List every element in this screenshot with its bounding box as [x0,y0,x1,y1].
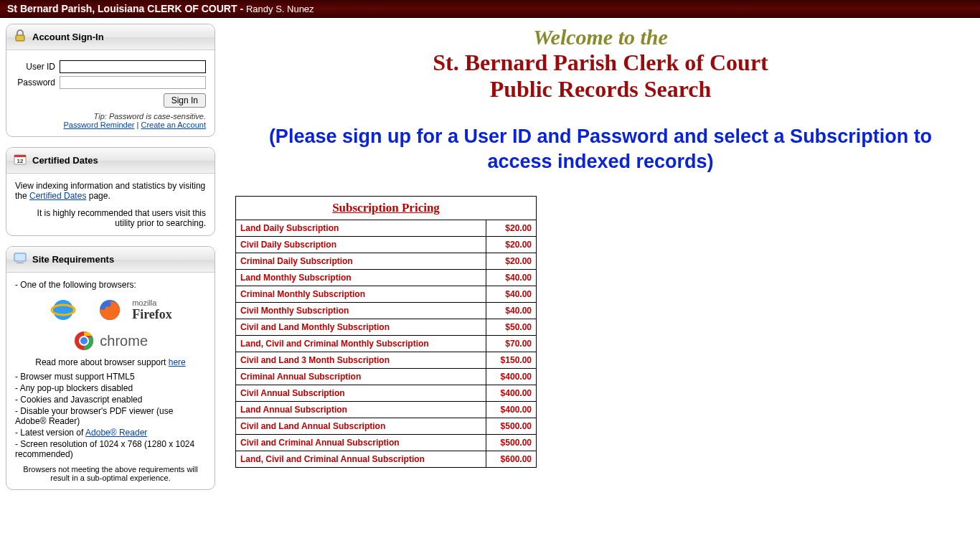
certified-text: View indexing information and statistics… [15,181,206,201]
pricing-name: Criminal Daily Subscription [236,253,486,270]
password-tip: Tip: Password is case-sensitive. [15,112,206,121]
pricing-name: Civil and Land Monthly Subscription [236,319,486,336]
firefox-small-text: mozilla [132,298,156,307]
req-item: - Cookies and Javascript enabled [15,395,206,405]
welcome-preline: Welcome to the [235,25,966,50]
user-id-input[interactable] [60,60,206,73]
certified-dates-link[interactable]: Certified Dates [29,191,86,201]
pricing-price: $40.00 [486,286,537,303]
table-row: Civil and Criminal Annual Subscription$5… [236,435,537,451]
header-bar: St Bernard Parish, Louisiana CLERK OF CO… [0,0,980,18]
pricing-price: $20.00 [486,237,537,253]
password-label: Password [15,77,60,88]
svg-point-11 [80,336,88,345]
main-content: Welcome to the St. Bernard Parish Clerk … [221,18,980,506]
calendar-icon: 12 [14,153,27,168]
adobe-reader-link[interactable]: Adobe® Reader [85,428,147,438]
pricing-price: $400.00 [486,369,537,385]
pricing-price: $500.00 [486,418,537,435]
pricing-name: Civil and Land Annual Subscription [236,418,486,435]
signin-title: Account Sign-In [32,32,104,42]
table-row: Land Monthly Subscription$40.00 [236,270,537,286]
pricing-name: Land Daily Subscription [236,220,486,237]
table-row: Civil and Land Monthly Subscription$50.0… [236,319,537,336]
table-row: Criminal Daily Subscription$20.00 [236,253,537,270]
header-title: St Bernard Parish, Louisiana CLERK OF CO… [7,3,246,14]
svg-rect-2 [14,155,26,157]
pricing-price: $40.00 [486,270,537,286]
lock-icon [14,29,27,44]
certified-dates-panel: 12 Certified Dates View indexing informa… [6,147,215,236]
header-subtitle: Randy S. Nunez [246,4,314,14]
pricing-name: Land Annual Subscription [236,402,486,418]
requirements-panel-header: Site Requirements [6,247,215,273]
table-row: Land, Civil and Criminal Annual Subscrip… [236,451,537,468]
create-account-link[interactable]: Create an Account [141,121,206,129]
requirements-list: - Browser must support HTML5 - Any pop-u… [15,372,206,459]
certified-recommend: It is highly recommended that users visi… [15,208,206,228]
pricing-price: $20.00 [486,220,537,237]
site-requirements-panel: Site Requirements - One of the following… [6,246,215,490]
certified-text-post: page. [86,191,110,201]
table-row: Land Annual Subscription$400.00 [236,402,537,418]
firefox-icon [97,304,125,314]
pricing-name: Criminal Annual Subscription [236,369,486,385]
svg-rect-5 [18,261,22,263]
firefox-big-text: Firefox [132,307,172,322]
password-input[interactable] [60,76,206,89]
pricing-name: Land, Civil and Criminal Monthly Subscri… [236,336,486,352]
ie-icon [49,304,80,314]
pricing-price: $150.00 [486,352,537,369]
user-id-label: User ID [15,62,60,72]
firefox-label: mozilla Firefox [132,298,172,322]
req-item: - Any pop-up blockers disabled [15,383,206,393]
pricing-price: $70.00 [486,336,537,352]
monitor-icon [14,252,27,267]
pricing-name: Civil Daily Subscription [236,237,486,253]
certified-title: Certified Dates [32,155,98,166]
password-reminder-link[interactable]: Password Reminder [63,121,134,129]
pricing-price: $20.00 [486,253,537,270]
pricing-price: $600.00 [486,451,537,468]
signin-panel: Account Sign-In User ID Password Sign In… [6,24,215,137]
pricing-price: $400.00 [486,385,537,402]
chrome-icon [73,335,97,345]
pricing-price: $40.00 [486,303,537,319]
table-row: Civil Monthly Subscription$40.00 [236,303,537,319]
signin-panel-header: Account Sign-In [6,24,215,50]
browser-support-text: Read more about browser support [35,357,168,367]
pricing-heading: Subscription Pricing [236,197,537,220]
table-row: Civil Annual Subscription$400.00 [236,385,537,402]
table-row: Civil and Land 3 Month Subscription$150.… [236,352,537,369]
table-row: Civil and Land Annual Subscription$500.0… [236,418,537,435]
svg-point-7 [53,300,73,320]
table-row: Criminal Annual Subscription$400.00 [236,369,537,385]
pricing-name: Land Monthly Subscription [236,270,486,286]
signup-instruction: (Please sign up for a User ID and Passwo… [235,124,966,174]
svg-text:12: 12 [17,158,24,164]
pricing-name: Criminal Monthly Subscription [236,286,486,303]
req-item: - Browser must support HTML5 [15,372,206,382]
pricing-name: Civil and Criminal Annual Subscription [236,435,486,451]
table-row: Land Daily Subscription$20.00 [236,220,537,237]
certified-panel-header: 12 Certified Dates [6,148,215,174]
pricing-name: Civil Annual Subscription [236,385,486,402]
pricing-table: Subscription Pricing Land Daily Subscrip… [235,196,537,468]
pricing-name: Civil and Land 3 Month Subscription [236,352,486,369]
req-item: - Screen resolution of 1024 x 768 (1280 … [15,439,206,459]
table-row: Criminal Monthly Subscription$40.00 [236,286,537,303]
pricing-name: Civil Monthly Subscription [236,303,486,319]
req-item: - Disable your browser's PDF viewer (use… [15,406,206,426]
welcome-line2: Public Records Search [235,76,966,103]
table-row: Civil Daily Subscription$20.00 [236,237,537,253]
table-row: Land, Civil and Criminal Monthly Subscri… [236,336,537,352]
pricing-name: Land, Civil and Criminal Annual Subscrip… [236,451,486,468]
sidebar: Account Sign-In User ID Password Sign In… [0,18,221,506]
requirements-note: Browsers not meeting the above requireme… [15,465,206,482]
req-item: - Latest version of Adobe® Reader [15,428,206,438]
pricing-price: $50.00 [486,319,537,336]
sign-in-button[interactable]: Sign In [164,93,206,108]
welcome-line1: St. Bernard Parish Clerk of Court [235,50,966,76]
browser-support-link[interactable]: here [169,357,186,367]
svg-rect-4 [14,253,26,261]
